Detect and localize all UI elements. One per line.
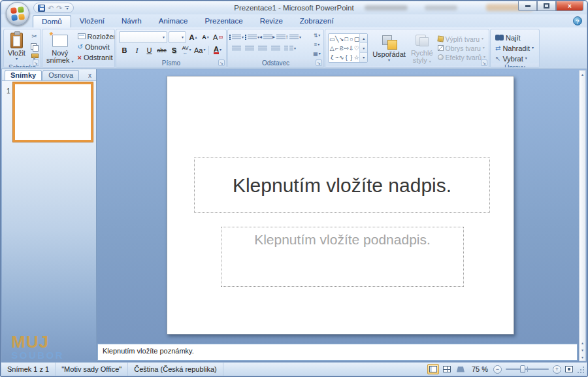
align-left-button[interactable] <box>231 43 242 54</box>
redo-icon[interactable]: ↷ <box>56 5 62 12</box>
grow-font-button[interactable]: A▴ <box>188 32 199 43</box>
title-placeholder[interactable]: Klepnutím vložíte nadpis. <box>194 157 490 213</box>
resize-grip[interactable] <box>576 365 585 374</box>
text-direction-button[interactable]: ⇅▾ <box>312 31 322 40</box>
shape-square-icon[interactable]: □ <box>345 36 348 42</box>
shape-star-icon[interactable]: ☆ <box>354 54 359 61</box>
tab-slideshow[interactable]: Prezentace <box>196 14 251 27</box>
minimize-button[interactable] <box>518 1 537 11</box>
italic-button[interactable]: I <box>131 44 142 56</box>
font-name-select[interactable]: ▾ <box>119 31 167 43</box>
shape-curve-icon[interactable]: ~ <box>335 54 338 61</box>
title-bar[interactable]: Prezentace1 - Microsoft PowerPoint × <box>1 1 587 14</box>
help-button[interactable]: ? <box>573 16 582 25</box>
align-right-button[interactable] <box>257 43 269 54</box>
shape-elbow-icon[interactable]: ⌐ <box>335 45 338 52</box>
shapes-gallery[interactable]: ▭ ╲ ↘ □ ○ ▢ △ ⌐ Ƨ ⇨ ⇩ ♡ ζ ~ ∿ <box>328 33 368 63</box>
next-slide-icon[interactable]: ▾ <box>581 348 583 352</box>
underline-button[interactable]: U <box>144 44 155 56</box>
line-spacing-button[interactable]: ↕▾ <box>288 32 302 42</box>
tab-outline[interactable]: Osnova <box>42 70 79 80</box>
dialog-launcher-paragraph[interactable]: ↘ <box>316 59 322 66</box>
status-slide-indicator[interactable]: Snímek 1 z 1 <box>1 363 56 376</box>
align-center-button[interactable] <box>244 43 255 54</box>
shape-arrow-line-icon[interactable]: ↘ <box>339 36 344 42</box>
view-slide-sorter-button[interactable] <box>441 364 453 374</box>
shapes-scroll-down-button[interactable]: ▾ <box>360 42 367 52</box>
shape-triangle-icon[interactable]: △ <box>330 45 335 52</box>
align-text-button[interactable]: ≡▾ <box>312 41 322 49</box>
shape-rounded-rect-icon[interactable]: ▢ <box>354 36 360 42</box>
shape-heart-icon[interactable]: ♡ <box>354 45 359 52</box>
tab-slides[interactable]: Snímky <box>5 70 42 80</box>
notes-pane[interactable]: Klepnutím vložíte poznámky. <box>97 344 578 361</box>
scroll-down-icon[interactable]: ▾ <box>581 355 583 359</box>
shape-wave-icon[interactable]: ∿ <box>339 54 344 61</box>
zoom-in-button[interactable]: + <box>553 365 561 374</box>
character-spacing-button[interactable]: AV↔▾ <box>181 44 192 56</box>
view-slideshow-button[interactable] <box>455 364 466 374</box>
convert-smartart-button[interactable]: ▦▾ <box>312 50 322 58</box>
find-button[interactable]: Najít <box>494 33 535 42</box>
clear-formatting-button[interactable]: A <box>212 32 223 43</box>
select-button[interactable]: ↖Vybrat▾ <box>494 54 535 63</box>
slide-canvas[interactable]: Klepnutím vložíte nadpis. Klepnutím vlož… <box>167 76 514 335</box>
quick-styles-button[interactable]: Rychlé styly ▾ <box>408 30 436 66</box>
shape-ellipse-icon[interactable]: ○ <box>350 36 353 42</box>
replace-button[interactable]: ⇄Nahradit▾ <box>494 43 535 53</box>
shape-fill-button[interactable]: Výplň tvaru▾ <box>438 35 485 43</box>
text-shadow-button[interactable]: S <box>169 44 180 56</box>
panel-close-button[interactable]: x <box>86 72 93 80</box>
shape-brace-right-icon[interactable]: } <box>350 54 352 61</box>
maximize-button[interactable] <box>537 1 556 11</box>
save-icon[interactable] <box>38 5 45 12</box>
shape-arrow-right-icon[interactable]: ⇨ <box>344 45 350 52</box>
shape-outline-button[interactable]: Obrys tvaru▾ <box>438 44 485 52</box>
change-case-button[interactable]: Aa▾ <box>193 44 206 56</box>
shape-arrow-down-icon[interactable]: ⇩ <box>349 45 354 52</box>
delete-slide-button[interactable]: ×Odstranit <box>76 52 115 62</box>
previous-slide-icon[interactable]: ▴ <box>581 340 583 345</box>
subtitle-placeholder[interactable]: Klepnutím vložíte podnadpis. <box>221 227 464 287</box>
vertical-scrollbar[interactable]: ▴ ▴ ▾ ▾ <box>579 70 586 361</box>
status-language[interactable]: Čeština (Česká republika) <box>128 363 223 376</box>
new-slide-button[interactable]: * Nový snímek ▾ <box>44 30 76 66</box>
shapes-more-button[interactable]: ▾ <box>360 52 367 62</box>
bold-button[interactable]: B <box>119 44 130 56</box>
status-theme[interactable]: "Motiv sady Office" <box>56 363 128 376</box>
dialog-launcher-clipboard[interactable]: ↘ <box>33 59 39 66</box>
shapes-scroll-up-button[interactable]: ▴ <box>360 34 367 43</box>
shape-rectangle-icon[interactable]: ▭ <box>329 36 335 42</box>
shape-line-icon[interactable]: ╲ <box>335 36 338 42</box>
font-color-button[interactable]: A▾ <box>212 44 223 56</box>
arrange-button[interactable]: Uspořádat ▾ <box>370 31 408 65</box>
zoom-slider-thumb[interactable] <box>520 365 525 373</box>
undo-icon[interactable]: ↶ <box>48 5 54 12</box>
shrink-font-button[interactable]: A▾ <box>200 32 211 43</box>
shape-effects-button[interactable]: Efekty tvarů▾ <box>438 54 485 61</box>
zoom-level[interactable]: 75 % <box>468 365 491 373</box>
columns-button[interactable]: ▾ <box>283 43 297 54</box>
shape-scribble-icon[interactable]: ζ <box>331 54 333 61</box>
strikethrough-button[interactable]: abc <box>156 44 167 56</box>
reset-button[interactable]: ↺Obnovit <box>76 42 115 52</box>
layout-button[interactable]: Rozložení▾ <box>76 31 115 41</box>
shape-s-curve-icon[interactable]: Ƨ <box>340 45 344 52</box>
bullets-button[interactable]: ▾ <box>231 32 245 42</box>
view-normal-button[interactable] <box>427 364 439 374</box>
tab-review[interactable]: Revize <box>252 14 291 27</box>
dialog-launcher-font[interactable]: ↘ <box>218 59 225 66</box>
tab-view[interactable]: Zobrazení <box>291 14 342 27</box>
scroll-up-icon[interactable]: ▴ <box>581 72 583 76</box>
tab-animations[interactable]: Animace <box>150 14 197 27</box>
customize-qat-button[interactable]: ▾ <box>65 6 69 10</box>
cut-button[interactable]: ✂ <box>28 31 41 41</box>
zoom-out-button[interactable]: − <box>493 365 502 374</box>
font-size-select[interactable]: ▾ <box>169 31 186 43</box>
fit-to-window-button[interactable] <box>563 364 574 374</box>
close-button[interactable]: × <box>556 1 583 11</box>
shape-brace-left-icon[interactable]: { <box>346 54 348 61</box>
justify-button[interactable] <box>270 43 282 54</box>
tab-insert[interactable]: Vložení <box>71 14 113 27</box>
paste-button[interactable]: Vložit ▾ <box>5 30 28 63</box>
